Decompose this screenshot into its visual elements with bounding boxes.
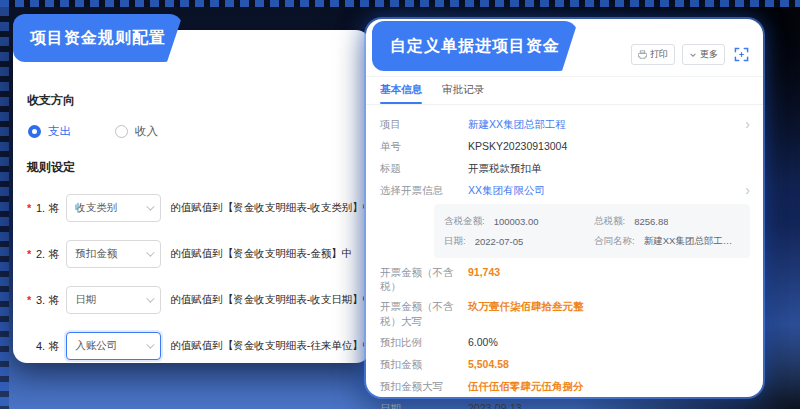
required-marker: * [27, 248, 36, 260]
rule-row-4: * 4. 将 入账公司 的值赋值到【资金收支明细表-往来单位】中 [27, 332, 364, 360]
rule-1-field-select[interactable]: 收支类别 [66, 194, 161, 222]
fullscreen-button[interactable] [732, 46, 750, 64]
radio-selected-icon [28, 125, 41, 138]
rule-2-field-select[interactable]: 预扣金额 [66, 240, 161, 268]
tab-basic-info[interactable]: 基本信息 [380, 83, 422, 104]
document-toolbar: 打印 更多 [631, 44, 750, 65]
invoice-amount-words-value: 玖万壹仟柒佰肆拾叁元整 [468, 299, 584, 313]
document-fields: 项目 新建XX集团总部工程 › 单号 KPSKY20230913004 标题 开… [366, 105, 763, 409]
rule-number: 2. 将 [36, 247, 59, 262]
rule-4-select-value: 入账公司 [75, 339, 117, 353]
tab-approval-log[interactable]: 审批记录 [442, 83, 484, 104]
radio-expense-label: 支出 [48, 124, 71, 139]
chevron-right-icon[interactable]: › [739, 117, 750, 131]
rule-row-3: * 3. 将 日期 的值赋值到【资金收支明细表-收支日期】中 [27, 286, 364, 314]
field-row-withhold-amount: 预扣金额 5,504.58 [380, 353, 750, 375]
doc-number-value: KPSKY20230913004 [468, 139, 567, 153]
chevron-down-icon [146, 248, 154, 256]
chevron-right-icon[interactable]: › [739, 183, 750, 197]
withhold-amount-words-value: 伍仟伍佰零肆元伍角捌分 [468, 379, 584, 393]
decor-left-strip [0, 7, 9, 409]
print-icon [638, 50, 647, 59]
withhold-amount-value: 5,504.58 [468, 357, 509, 371]
rule-3-field-select[interactable]: 日期 [66, 286, 161, 314]
radio-expense[interactable]: 支出 [28, 124, 71, 139]
more-button[interactable]: 更多 [682, 44, 725, 65]
direction-section-label: 收支方向 [27, 92, 364, 109]
field-row-date: 日期 2023-09-13 [380, 397, 750, 409]
summary-row-1: 含税金额: 100003.00 总税额: 8256.88 [444, 211, 740, 231]
rule-2-suffix: 的值赋值到【资金收支明细表-金额】中 [170, 247, 352, 261]
radio-income[interactable]: 收入 [115, 124, 158, 139]
rule-3-select-value: 日期 [75, 293, 96, 307]
summary-row-2: 日期: 2022-07-05 合同名称: 新建XX集团总部工程施工总承包合同 [444, 231, 740, 251]
contract-name: 新建XX集团总部工程施工总承包合同 [644, 235, 740, 248]
rule-3-suffix: 的值赋值到【资金收支明细表-收支日期】中 [170, 293, 364, 307]
invoice-amount-value: 91,743 [468, 265, 500, 279]
rule-4-suffix: 的值赋值到【资金收支明细表-往来单位】中 [170, 339, 364, 353]
project-link[interactable]: 新建XX集团总部工程 [468, 117, 566, 131]
chevron-down-icon [146, 340, 154, 348]
contract-date: 2022-07-05 [475, 236, 524, 247]
rule-4-field-select[interactable]: 入账公司 [66, 332, 161, 360]
tax-included-amount: 100003.00 [494, 216, 539, 227]
withhold-ratio-value: 6.00% [468, 335, 498, 349]
summary-label: 日期: [444, 235, 466, 248]
field-row-doc-number: 单号 KPSKY20230913004 [380, 135, 750, 157]
rule-row-2: * 2. 将 预扣金额 的值赋值到【资金收支明细表-金额】中 [27, 240, 364, 268]
chevron-down-icon [689, 51, 697, 59]
field-row-withhold-ratio: 预扣比例 6.00% [380, 331, 750, 353]
field-label: 预扣金额大写 [380, 379, 468, 393]
field-label: 项目 [380, 117, 468, 131]
left-panel-title-banner: 项目资金规则配置 [13, 14, 183, 62]
field-label: 预扣比例 [380, 335, 468, 349]
date-value: 2023-09-13 [468, 401, 522, 409]
print-button[interactable]: 打印 [631, 44, 675, 65]
rule-number: 4. 将 [36, 339, 59, 354]
rule-row-1: * 1. 将 收支类别 的值赋值到【资金收支明细表-收支类别】中 [27, 194, 364, 222]
rule-1-select-value: 收支类别 [75, 201, 117, 215]
field-row-invoice-amount-words: 开票金额（不含税）大写 玖万壹仟柒佰肆拾叁元整 [380, 296, 750, 330]
document-detail-panel: 打印 更多 基本信息 审批记录 项目 新建 [366, 19, 763, 397]
doc-title-value: 开票税款预扣单 [468, 161, 542, 175]
field-label: 开票金额（不含税） [380, 265, 468, 293]
decor-top-strip [0, 0, 800, 7]
page-background: 项目资金规则配置 自定义单据进项目资金 收支方向 支出 收入 规则设定 * 1.… [0, 0, 800, 409]
radio-unselected-icon [115, 125, 128, 138]
direction-radio-group: 支出 收入 [28, 124, 364, 139]
field-label: 单号 [380, 139, 468, 153]
rule-number: 1. 将 [36, 201, 59, 216]
rule-number: 3. 将 [36, 293, 59, 308]
fullscreen-icon [734, 47, 749, 62]
invoice-company-link[interactable]: XX集团有限公司 [468, 183, 545, 197]
field-row-project: 项目 新建XX集团总部工程 › [380, 113, 750, 135]
required-marker: * [27, 294, 36, 306]
rules-section-label: 规则设定 [27, 159, 364, 176]
print-button-label: 打印 [650, 48, 668, 61]
field-label: 日期 [380, 401, 468, 409]
more-button-label: 更多 [700, 48, 718, 61]
right-panel-title: 自定义单据进项目资金 [390, 36, 560, 57]
document-tabs: 基本信息 审批记录 [366, 77, 763, 105]
summary-label: 总税额: [594, 215, 625, 228]
total-tax-amount: 8256.88 [634, 216, 668, 227]
radio-income-label: 收入 [135, 124, 158, 139]
field-label: 标题 [380, 161, 468, 175]
right-panel-title-banner: 自定义单据进项目资金 [372, 21, 578, 71]
rule-2-select-value: 预扣金额 [75, 247, 117, 261]
field-row-title: 标题 开票税款预扣单 [380, 157, 750, 179]
left-panel-title: 项目资金规则配置 [30, 28, 166, 49]
field-row-withhold-amount-words: 预扣金额大写 伍仟伍佰零肆元伍角捌分 [380, 375, 750, 397]
field-label: 开票金额（不含税）大写 [380, 299, 468, 327]
field-label: 选择开票信息 [380, 183, 468, 197]
field-row-invoice-info: 选择开票信息 XX集团有限公司 › [380, 179, 750, 201]
field-row-invoice-amount: 开票金额（不含税） 91,743 [380, 262, 750, 296]
required-marker: * [27, 202, 36, 214]
summary-label: 含税金额: [444, 215, 485, 228]
chevron-down-icon [146, 294, 154, 302]
field-label: 预扣金额 [380, 357, 468, 371]
rule-config-panel: 收支方向 支出 收入 规则设定 * 1. 将 收支类别 的 [13, 30, 370, 363]
contract-summary-box: 含税金额: 100003.00 总税额: 8256.88 日期: 2022-07… [434, 204, 750, 258]
summary-label: 合同名称: [594, 235, 635, 248]
rule-1-suffix: 的值赋值到【资金收支明细表-收支类别】中 [170, 201, 364, 215]
